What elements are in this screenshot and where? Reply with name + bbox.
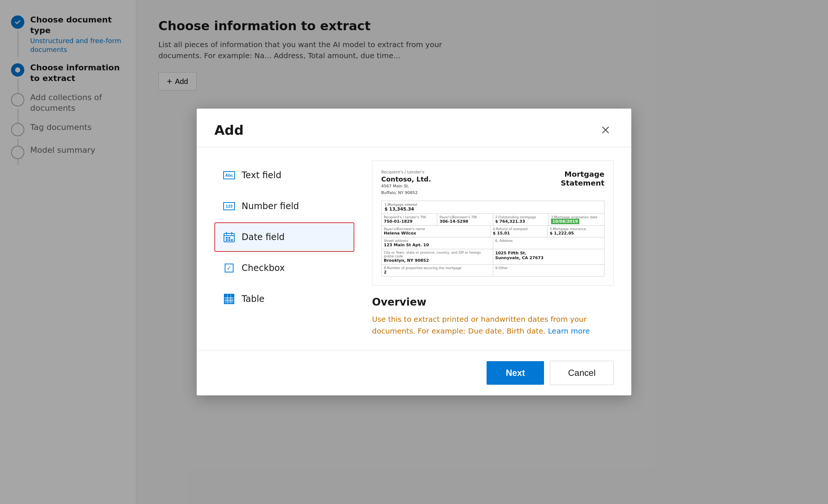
mortgage-cell-address-value: 1025 Fifth St.Sunnyvale, CA 27673 <box>493 249 604 264</box>
field-item-text[interactable]: Abc Text field <box>214 161 354 190</box>
mortgage-statement-title: MortgageStatement <box>561 170 604 187</box>
learn-more-link[interactable]: Learn more <box>548 327 590 335</box>
mortgage-cell-street: Street address 123 Main St Apt. 10 <box>382 237 493 249</box>
number-field-label: Number field <box>242 201 299 211</box>
field-item-checkbox[interactable]: ✓ Checkbox <box>214 253 354 283</box>
modal-close-button[interactable] <box>597 122 614 138</box>
checkbox-label: Checkbox <box>242 263 285 273</box>
mortgage-cell-borrower-name: Payer's/Borrower's name Helena Wilcox <box>382 226 491 237</box>
mortgage-cell-address-label: 6. Address <box>493 237 604 249</box>
mortgage-cell-outstanding: 2.Outstanding mortgage $ 764,321.33 <box>493 214 549 225</box>
mortgage-row-2: Recipient's / Lender's TIN 750-01-1829 P… <box>381 214 604 226</box>
modal-footer: Next Cancel <box>197 350 631 395</box>
table-label: Table <box>242 294 264 304</box>
field-item-table[interactable]: Table <box>214 284 354 314</box>
mortgage-cell-refund: 4.Refund of overpaid $ 15.01 <box>491 226 548 237</box>
date-icon <box>222 230 236 244</box>
table-icon <box>222 292 236 306</box>
mortgage-company-label: Recipient's / Lender's <box>381 170 431 175</box>
field-item-number[interactable]: 123 Number field <box>214 191 354 221</box>
modal-title: Add <box>214 123 243 138</box>
mortgage-row-3: Payer's/Borrower's name Helena Wilcox 4.… <box>381 226 604 237</box>
overview-title: Overview <box>372 296 614 308</box>
preview-panel: Recipient's / Lender's Contoso, Ltd. 456… <box>372 161 614 336</box>
svg-rect-6 <box>226 237 228 239</box>
mortgage-cell-properties: 8.Number of properties securing the mort… <box>382 265 493 276</box>
123-icon: 123 <box>222 200 236 213</box>
mortgage-row-6: 8.Number of properties securing the mort… <box>381 265 604 276</box>
mortgage-row-interest: 1.Mortgage interest $ 13,345.34 <box>381 201 604 214</box>
overview-section: Overview Use this to extract printed or … <box>372 296 614 337</box>
mortgage-address: 4567 Main St.Buffalo, NY 90852 <box>381 183 431 196</box>
field-item-date[interactable]: Date field <box>214 222 354 252</box>
mortgage-row-4: Street address 123 Main St Apt. 10 6. Ad… <box>381 237 604 249</box>
mortgage-cell-tin-lender: Recipient's / Lender's TIN 750-01-1829 <box>382 214 437 225</box>
mortgage-interest-label: 1.Mortgage interest <box>385 203 601 207</box>
mortgage-cell-insurance: 5.Mortgage insurance $ 1,222.05 <box>548 226 604 237</box>
next-button[interactable]: Next <box>487 361 544 385</box>
svg-rect-8 <box>226 239 228 241</box>
modal-body: Abc Text field 123 Number field <box>197 147 631 350</box>
mortgage-cell-tin-borrower: Payer's/Borrower's TIN 306-14-5298 <box>437 214 493 225</box>
mortgage-document: Recipient's / Lender's Contoso, Ltd. 456… <box>381 170 604 276</box>
mortgage-cell-other: 9.Other <box>493 265 604 276</box>
svg-rect-7 <box>228 237 230 239</box>
document-preview: Recipient's / Lender's Contoso, Ltd. 456… <box>372 161 614 285</box>
mortgage-name: Contoso, Ltd. <box>381 175 431 183</box>
mortgage-header: Recipient's / Lender's Contoso, Ltd. 456… <box>381 170 604 196</box>
text-field-label: Text field <box>242 170 281 180</box>
modal-header: Add <box>197 109 631 147</box>
svg-rect-9 <box>228 239 230 241</box>
mortgage-interest-value: $ 13,345.34 <box>385 207 601 212</box>
date-highlight: 10/08/2019 <box>551 219 579 224</box>
mortgage-cell-city: City or Town, state or province, country… <box>382 249 493 264</box>
cancel-button[interactable]: Cancel <box>550 361 614 385</box>
checkbox-icon: ✓ <box>222 261 236 275</box>
overview-text: Use this to extract printed or handwritt… <box>372 313 614 337</box>
abc-icon: Abc <box>222 169 236 182</box>
svg-rect-10 <box>231 239 233 241</box>
mortgage-row-5: City or Town, state or province, country… <box>381 249 604 265</box>
mortgage-cell-origination-date: 3.Mortgage origination date 10/08/2019 <box>549 214 604 225</box>
field-list: Abc Text field 123 Number field <box>214 161 354 336</box>
modal-overlay: Add Abc Text field <box>0 0 828 504</box>
date-field-label: Date field <box>242 232 285 242</box>
add-field-modal: Add Abc Text field <box>197 109 631 395</box>
